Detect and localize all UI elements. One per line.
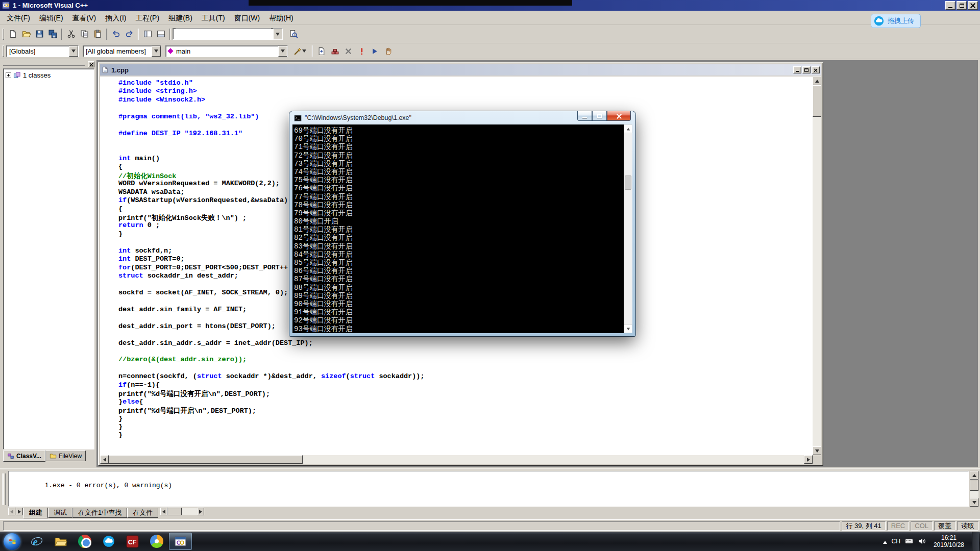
taskbar-chrome-button[interactable]	[73, 533, 96, 550]
execute-program-button[interactable]	[355, 45, 368, 57]
scroll-right-button[interactable]	[197, 508, 204, 515]
show-desktop-button[interactable]	[972, 532, 979, 551]
members-combo[interactable]: [All global members]	[83, 45, 161, 57]
tabs-scroll-right-button[interactable]	[16, 508, 23, 515]
compile-button[interactable]	[315, 45, 328, 57]
start-button[interactable]	[4, 533, 20, 550]
toolbar-grip[interactable]	[3, 45, 4, 57]
hidden-icons-button[interactable]	[883, 537, 887, 546]
new-file-button[interactable]	[6, 28, 19, 40]
taskbar-media-app-button[interactable]	[145, 533, 168, 550]
workspace-toggle-button[interactable]	[141, 28, 154, 40]
menu-item[interactable]: 编辑(E)	[35, 11, 68, 24]
scrollbar-thumb[interactable]	[167, 508, 182, 515]
menu-item[interactable]: 插入(I)	[101, 11, 131, 24]
breakpoint-button[interactable]	[381, 45, 395, 57]
console-maximize-button[interactable]	[592, 111, 607, 121]
function-combo[interactable]: main	[165, 45, 288, 57]
scroll-left-button[interactable]	[100, 455, 109, 464]
combo-dropdown-button[interactable]	[273, 29, 282, 39]
workspace-close-button[interactable]	[88, 61, 94, 67]
build-button[interactable]	[328, 45, 341, 57]
classview-tree: 1 classes	[3, 68, 94, 449]
editor-close-button[interactable]	[812, 66, 820, 73]
find-input[interactable]	[176, 29, 271, 39]
globals-combo[interactable]: [Globals]	[6, 45, 79, 57]
volume-icon[interactable]	[918, 537, 926, 545]
scroll-up-button[interactable]	[813, 77, 821, 85]
editor-maximize-button[interactable]	[802, 66, 811, 73]
editor-horizontal-scrollbar[interactable]	[100, 455, 813, 464]
combo-dropdown-button[interactable]	[278, 46, 287, 57]
undo-button[interactable]	[109, 28, 122, 40]
console-scrollbar[interactable]	[624, 124, 632, 333]
output-grip[interactable]	[2, 473, 6, 505]
menu-item[interactable]: 工具(T)	[197, 11, 230, 24]
toolbar-grip[interactable]	[3, 29, 4, 40]
taskbar-explorer-button[interactable]	[49, 533, 72, 550]
editor-title-bar[interactable]: 1.cpp	[100, 64, 821, 76]
console-close-button[interactable]	[607, 111, 631, 121]
output-horizontal-scrollbar[interactable]	[160, 508, 204, 515]
console-minimize-button[interactable]	[577, 111, 592, 121]
menu-item[interactable]: 组建(B)	[164, 11, 197, 24]
scroll-down-button[interactable]	[813, 446, 821, 455]
editor-vertical-scrollbar[interactable]	[813, 77, 821, 455]
workspace-tab[interactable]: ClassV...	[3, 450, 45, 462]
stop-build-button[interactable]	[341, 45, 355, 57]
editor-minimize-button[interactable]	[793, 66, 801, 73]
ime-keyboard-icon[interactable]	[905, 537, 913, 545]
menu-item[interactable]: 工程(P)	[131, 11, 164, 24]
tree-item-classes[interactable]: 1 classes	[6, 71, 92, 79]
workspace-tab[interactable]: FileView	[45, 450, 86, 461]
output-tab[interactable]: 组建	[23, 508, 48, 518]
upload-button[interactable]: 拖拽上传	[871, 14, 921, 28]
output-tab[interactable]: 在文件	[127, 508, 158, 518]
search-in-files-button[interactable]	[287, 28, 300, 40]
menu-item[interactable]: 文件(F)	[2, 11, 35, 24]
cut-button[interactable]	[64, 28, 78, 40]
language-indicator[interactable]: CH	[892, 538, 900, 545]
expand-icon[interactable]	[6, 72, 11, 78]
output-tab[interactable]: 在文件1中查找	[72, 508, 127, 518]
taskbar-ie-button[interactable]: e	[25, 533, 48, 550]
paste-button[interactable]	[91, 28, 104, 40]
workspace-grip[interactable]	[3, 63, 85, 66]
combo-dropdown-button[interactable]	[152, 46, 161, 57]
minimize-button[interactable]	[945, 1, 955, 10]
wizard-actions-button[interactable]	[292, 45, 308, 57]
maximize-button[interactable]	[957, 1, 967, 10]
scroll-right-button[interactable]	[804, 455, 813, 464]
taskbar-vcpp-active-button[interactable]	[169, 533, 192, 550]
save-all-button[interactable]	[46, 28, 59, 40]
taskbar-cf-game-button[interactable]: CF	[121, 533, 144, 550]
find-combo[interactable]	[173, 28, 283, 40]
console-output[interactable]: 69号端口没有开启70号端口没有开启71号端口没有开启72号端口没有开启73号端…	[294, 126, 622, 333]
redo-button[interactable]	[122, 28, 136, 40]
scroll-up-button[interactable]	[970, 471, 978, 480]
scroll-left-button[interactable]	[160, 508, 167, 515]
close-button[interactable]	[968, 1, 978, 10]
scrollbar-thumb[interactable]	[813, 85, 821, 117]
output-tab[interactable]: 调试	[48, 508, 72, 518]
scrollbar-thumb[interactable]	[109, 455, 303, 464]
menu-item[interactable]: 帮助(H)	[264, 11, 298, 24]
scroll-down-button[interactable]	[624, 324, 632, 333]
output-vertical-scrollbar[interactable]	[970, 471, 978, 507]
scrollbar-thumb[interactable]	[625, 176, 631, 190]
tabs-scroll-left-button[interactable]	[8, 508, 15, 515]
combo-dropdown-button[interactable]	[69, 46, 78, 57]
menu-item[interactable]: 窗口(W)	[230, 11, 265, 24]
menu-item[interactable]: 查看(V)	[68, 11, 101, 24]
taskbar-cloud-drive-button[interactable]	[97, 533, 120, 550]
scroll-up-button[interactable]	[624, 124, 632, 133]
clock[interactable]: 16:21 2019/10/28	[934, 534, 964, 548]
go-button[interactable]	[368, 45, 381, 57]
scrollbar-thumb[interactable]	[970, 480, 978, 491]
scroll-down-button[interactable]	[970, 498, 978, 507]
save-file-button[interactable]	[33, 28, 46, 40]
output-toggle-button[interactable]	[154, 28, 167, 40]
open-file-button[interactable]	[19, 28, 33, 40]
output-content[interactable]: 1.exe - 0 error(s), 0 warning(s)	[8, 471, 969, 507]
copy-button[interactable]	[78, 28, 91, 40]
